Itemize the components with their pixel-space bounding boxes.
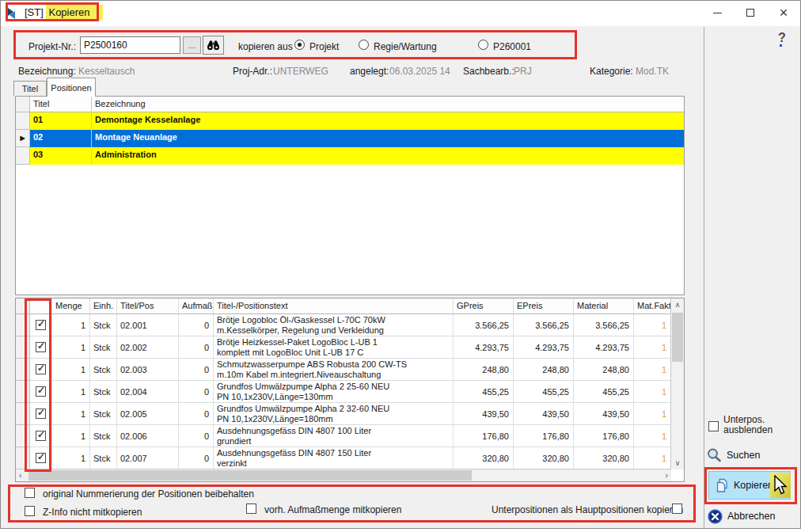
check-icon: ✓ <box>37 407 45 418</box>
browse-button[interactable]: ... <box>183 36 201 54</box>
aufmassmenge-label: vorh. Aufmaßmenge mitkopieren <box>264 504 401 515</box>
scroll-up-icon[interactable]: ∧ <box>671 301 684 309</box>
material-cell: 4.293,75 <box>574 336 634 359</box>
position-row-02001[interactable]: ✓ 1 Stck 02.001 0 Brötje Logobloc Öl-/Ga… <box>16 314 670 336</box>
radio-p260001[interactable] <box>478 40 488 50</box>
title-row-02-selected[interactable]: ▶ 02 Montage Neuanlage <box>16 130 684 147</box>
position-checkbox[interactable]: ✓ <box>36 453 46 463</box>
epreis-cell: 439,50 <box>514 403 574 425</box>
row-selector[interactable] <box>16 112 30 130</box>
position-checkbox[interactable]: ✓ <box>36 320 46 330</box>
epreis-cell: 455,25 <box>514 381 574 403</box>
aufmass-cell: 0 <box>179 447 214 469</box>
material-cell: 439,50 <box>574 403 634 425</box>
project-number-input[interactable]: P2500160 <box>80 36 180 54</box>
radio-projekt[interactable] <box>294 40 305 50</box>
positionstext-cell: Grundfos Umwälzpumpe Alpha 2 32-60 NEUPN… <box>214 403 454 425</box>
epreis-cell: 3.566,25 <box>514 314 574 336</box>
scroll-left-icon[interactable]: ‹ <box>19 470 22 480</box>
text-line1: Schmutzwasserpumpe ABS Robusta 200 CW-TS <box>217 359 453 370</box>
gpreis-cell: 455,25 <box>454 381 514 403</box>
row-selector[interactable] <box>16 425 30 447</box>
gpreis-cell: 248,80 <box>454 359 514 381</box>
position-checkbox[interactable]: ✓ <box>36 408 46 419</box>
row-selector[interactable] <box>16 314 30 336</box>
gpreis-cell: 4.293,75 <box>454 336 514 359</box>
row-selector[interactable] <box>16 147 30 165</box>
positionstext-cell: Brötje Heizkessel-Paket LogoBloc L-UB 1k… <box>214 336 454 359</box>
subpositions-label: Unterpositionen als Hauptpositionen kopi… <box>492 504 683 515</box>
cancel-icon <box>708 509 723 524</box>
row-selector[interactable] <box>16 403 30 425</box>
epreis-cell: 248,80 <box>514 359 574 381</box>
title-row-03[interactable]: 03 Administration <box>16 147 684 165</box>
suchen-button[interactable]: Suchen <box>706 446 785 465</box>
row-selector[interactable] <box>16 447 30 469</box>
abbrechen-button[interactable]: Abbrechen <box>708 507 795 526</box>
col-matfakt: Mat.Fakt. <box>634 298 670 314</box>
tab-titel[interactable]: Titel <box>13 81 47 96</box>
title-row-01[interactable]: 01 Demontage Kesselanlage <box>16 112 684 130</box>
position-row-02007[interactable]: ✓ 1 Stck 02.007 0 Ausdehnungsgefäss DIN … <box>16 447 670 469</box>
row-selector[interactable] <box>16 336 30 359</box>
unterpos-ausblenden-label: Unterpos.ausblenden <box>723 415 773 435</box>
position-row-02005[interactable]: ✓ 1 Stck 02.005 0 Grundfos Umwälzpumpe A… <box>16 403 670 425</box>
horizontal-scrollbar[interactable]: ‹ › <box>16 469 671 481</box>
kategorie-label: Kategorie: <box>590 66 633 77</box>
position-row-02004[interactable]: ✓ 1 Stck 02.004 0 Grundfos Umwälzpumpe A… <box>16 381 670 403</box>
row-selector-current[interactable]: ▶ <box>16 130 30 147</box>
kategorie-value: Mod.TK <box>636 66 669 77</box>
close-button[interactable]: × <box>767 1 800 25</box>
angelegt-label: angelegt: <box>350 66 389 77</box>
row-selector[interactable] <box>16 381 30 403</box>
radio-p260001-label: P260001 <box>493 41 531 52</box>
scroll-right-icon[interactable]: › <box>665 470 668 480</box>
radio-projekt-label: Projekt <box>309 41 339 52</box>
tab-positionen[interactable]: Positionen <box>47 78 96 97</box>
col-gpreis: GPreis <box>454 298 514 314</box>
titelpos-cell: 02.002 <box>117 336 179 359</box>
position-checkbox[interactable]: ✓ <box>36 342 46 352</box>
unterpos-line2: ausblenden <box>723 425 773 435</box>
material-cell: 176,80 <box>574 425 634 447</box>
projadr-label: Proj-Adr.: <box>233 66 272 77</box>
position-row-02003[interactable]: ✓ 1 Stck 02.003 0 Schmutzwasserpumpe ABS… <box>16 359 670 381</box>
subpositions-checkbox[interactable] <box>672 504 682 514</box>
gpreis-cell: 320,80 <box>454 447 514 469</box>
position-checkbox[interactable]: ✓ <box>36 364 46 374</box>
radio-regie-wartung-label: Regie/Wartung <box>374 41 437 52</box>
row-selector[interactable] <box>16 359 30 381</box>
menge-cell: 1 <box>52 381 90 403</box>
aufmass-cell: 0 <box>179 403 214 425</box>
maximize-button[interactable] <box>734 1 767 25</box>
vertical-scrollbar-thumb[interactable] <box>672 313 683 362</box>
horizontal-scrollbar-thumb[interactable] <box>28 470 472 481</box>
text-line2: PN 10,1x230V,Länge=180mm <box>217 414 453 424</box>
unterpos-ausblenden-checkbox[interactable] <box>708 421 719 431</box>
titelpos-cell: 02.003 <box>117 359 179 381</box>
kopieren-label: Kopieren <box>734 480 773 491</box>
aufmassmenge-checkbox[interactable] <box>246 504 256 514</box>
text-line1: Brötje Heizkessel-Paket LogoBloc L-UB 1 <box>217 337 453 348</box>
search-project-button[interactable] <box>203 36 224 55</box>
check-icon: ✓ <box>37 451 45 462</box>
maximize-icon <box>746 9 754 17</box>
position-checkbox[interactable]: ✓ <box>36 386 46 397</box>
minimize-button[interactable] <box>700 1 734 25</box>
title-description: Demontage Kesselanlage <box>92 112 684 130</box>
copy-dialog-window: [ST] Kopieren × Projekt-Nr.: P2500160 ..… <box>0 0 801 529</box>
titelpos-cell: 02.007 <box>117 447 179 469</box>
suchen-label: Suchen <box>727 450 760 461</box>
menge-cell: 1 <box>52 314 90 336</box>
position-checkbox[interactable]: ✓ <box>36 431 46 441</box>
keep-numbering-checkbox[interactable] <box>25 488 35 498</box>
zinfo-checkbox[interactable] <box>25 506 35 516</box>
scroll-down-icon[interactable]: ∨ <box>671 459 684 467</box>
title-number: 03 <box>30 147 92 165</box>
radio-regie-wartung[interactable] <box>359 40 369 50</box>
help-icon[interactable]: ? <box>778 31 786 45</box>
window-title-prefix: [ST] <box>25 6 44 18</box>
position-row-02006[interactable]: ✓ 1 Stck 02.006 0 Ausdehnungsgefäss DIN … <box>16 425 670 447</box>
position-row-02002[interactable]: ✓ 1 Stck 02.002 0 Brötje Heizkessel-Pake… <box>16 336 670 359</box>
vertical-scrollbar[interactable]: ∧ ∨ <box>670 298 684 469</box>
